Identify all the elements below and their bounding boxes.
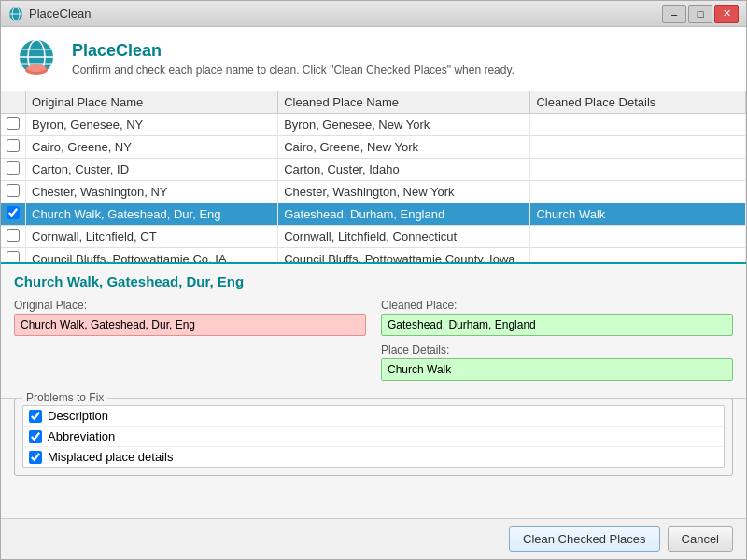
problems-legend: Problems to Fix: [22, 391, 107, 404]
row-checkbox[interactable]: [7, 251, 20, 262]
header-text: PlaceClean Confirm and check each place …: [72, 41, 514, 77]
row-details: [530, 226, 746, 248]
table-row: Cairo, Greene, NYCairo, Greene, New York: [1, 136, 746, 159]
problem-checkbox[interactable]: [29, 430, 42, 443]
row-original: Council Bluffs, Pottowattamie Co, IA: [26, 248, 278, 263]
row-cleaned: Cornwall, Litchfield, Connecticut: [278, 226, 530, 248]
row-original: Church Walk, Gateshead, Dur, Eng: [26, 203, 278, 226]
main-window: PlaceClean – □ ✕ PlaceClean Confirm and …: [0, 0, 747, 560]
row-original: Byron, Genesee, NY: [26, 114, 278, 136]
row-cleaned: Byron, Genesee, New York: [278, 114, 530, 136]
cleaned-place-label: Cleaned Place:: [381, 299, 733, 312]
row-cleaned: Gateshead, Durham, England: [278, 203, 530, 226]
app-icon: [8, 7, 23, 21]
row-checkbox[interactable]: [7, 117, 20, 130]
row-checkbox-cell: [1, 181, 26, 203]
row-checkbox-cell: [1, 136, 26, 159]
row-details: [530, 136, 746, 159]
row-checkbox[interactable]: [7, 139, 20, 152]
places-table: Original Place Name Cleaned Place Name C…: [1, 91, 746, 262]
col-header-original: Original Place Name: [26, 91, 278, 114]
row-details: Church Walk: [530, 203, 746, 226]
row-checkbox[interactable]: [7, 161, 20, 175]
detail-right: Cleaned Place: Place Details:: [381, 299, 733, 388]
table-container[interactable]: Original Place Name Cleaned Place Name C…: [1, 91, 746, 262]
original-place-input[interactable]: [14, 314, 366, 336]
problem-row: Abbreviation: [23, 427, 724, 447]
table-row: Church Walk, Gateshead, Dur, EngGateshea…: [1, 203, 746, 226]
place-details-label: Place Details:: [381, 343, 733, 357]
row-cleaned: Council Bluffs, Pottowattamie County, Io…: [278, 248, 530, 263]
header: PlaceClean Confirm and check each place …: [1, 27, 746, 91]
cleaned-place-input[interactable]: [381, 314, 733, 336]
table-row: Council Bluffs, Pottowattamie Co, IACoun…: [1, 248, 746, 263]
detail-section: Church Walk, Gateshead, Dur, Eng Origina…: [1, 264, 746, 399]
footer: Clean Checked Places Cancel: [1, 518, 746, 559]
problem-row: Misplaced place details: [23, 447, 724, 467]
row-cleaned: Carton, Custer, Idaho: [278, 159, 530, 181]
row-details: [530, 159, 746, 181]
col-header-cleaned: Cleaned Place Name: [278, 91, 530, 114]
table-body: Byron, Genesee, NYByron, Genesee, New Yo…: [1, 114, 746, 263]
detail-title: Church Walk, Gateshead, Dur, Eng: [14, 273, 733, 289]
table-header-row: Original Place Name Cleaned Place Name C…: [1, 91, 746, 114]
col-header-details: Cleaned Place Details: [530, 91, 746, 114]
row-original: Cornwall, Litchfield, CT: [26, 226, 278, 248]
place-details-input[interactable]: [381, 358, 733, 381]
row-details: [530, 181, 746, 203]
row-checkbox[interactable]: [7, 184, 20, 197]
problems-section: Problems to Fix DescriptionAbbreviationM…: [1, 399, 746, 485]
original-place-label: Original Place:: [14, 299, 366, 312]
row-checkbox-cell: [1, 248, 26, 263]
problem-label: Description: [48, 409, 108, 423]
title-bar: PlaceClean – □ ✕: [1, 1, 746, 27]
row-cleaned: Cairo, Greene, New York: [278, 136, 530, 159]
row-checkbox-cell: [1, 114, 26, 136]
table-row: Chester, Washington, NYChester, Washingt…: [1, 181, 746, 203]
detail-left: Original Place:: [14, 299, 366, 388]
row-checkbox[interactable]: [7, 229, 20, 242]
row-checkbox-cell: [1, 159, 26, 181]
cancel-button[interactable]: Cancel: [668, 526, 733, 552]
svg-point-9: [27, 64, 46, 72]
problem-label: Misplaced place details: [48, 450, 173, 464]
row-checkbox-cell: [1, 226, 26, 248]
row-cleaned: Chester, Washington, New York: [278, 181, 530, 203]
minimize-button[interactable]: –: [662, 5, 686, 23]
title-bar-title: PlaceClean: [29, 7, 92, 21]
header-icon: [14, 36, 59, 81]
row-original: Carton, Custer, ID: [26, 159, 278, 181]
header-subtitle: Confirm and check each place name to cle…: [72, 63, 514, 77]
table-row: Byron, Genesee, NYByron, Genesee, New Yo…: [1, 114, 746, 136]
row-checkbox[interactable]: [7, 206, 20, 219]
problems-fieldset: Problems to Fix DescriptionAbbreviationM…: [14, 399, 733, 476]
title-bar-left: PlaceClean: [8, 7, 92, 21]
maximize-button[interactable]: □: [688, 5, 712, 23]
problem-checkbox[interactable]: [29, 451, 42, 464]
table-section: Original Place Name Cleaned Place Name C…: [1, 91, 746, 264]
row-details: [530, 114, 746, 136]
row-original: Cairo, Greene, NY: [26, 136, 278, 159]
row-original: Chester, Washington, NY: [26, 181, 278, 203]
row-details: [530, 248, 746, 263]
problem-label: Abbreviation: [48, 429, 115, 443]
row-checkbox-cell: [1, 203, 26, 226]
col-header-checkbox: [1, 91, 26, 114]
clean-checked-button[interactable]: Clean Checked Places: [509, 526, 660, 552]
header-title: PlaceClean: [72, 41, 514, 61]
title-bar-controls: – □ ✕: [662, 5, 739, 23]
problem-checkbox[interactable]: [29, 410, 42, 423]
table-row: Carton, Custer, IDCarton, Custer, Idaho: [1, 159, 746, 181]
table-row: Cornwall, Litchfield, CTCornwall, Litchf…: [1, 226, 746, 248]
problems-box: DescriptionAbbreviationMisplaced place d…: [22, 405, 725, 468]
detail-fields: Original Place: Cleaned Place: Place Det…: [14, 299, 733, 388]
close-button[interactable]: ✕: [714, 5, 739, 23]
problem-row: Description: [23, 406, 724, 427]
